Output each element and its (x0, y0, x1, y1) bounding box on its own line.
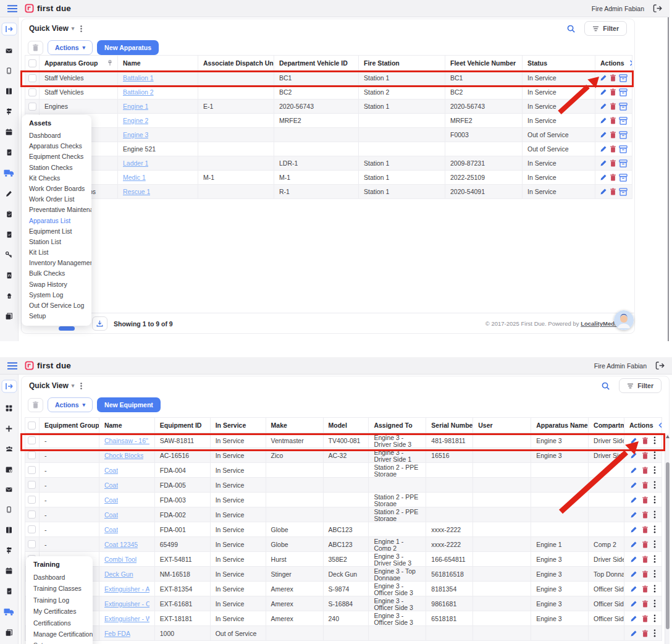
row-link[interactable]: Feb FDA (104, 630, 130, 637)
actions-dropdown-button[interactable]: Actions▾ (48, 40, 93, 55)
archive-icon[interactable] (619, 88, 628, 96)
menu-item-setup[interactable]: Setup (22, 311, 91, 321)
new-equipment-button[interactable]: New Equipment (97, 397, 161, 412)
row-link[interactable]: Coat (104, 481, 118, 489)
archive-icon[interactable] (619, 174, 628, 182)
edit-icon[interactable] (630, 615, 637, 622)
logout-icon[interactable] (655, 362, 665, 370)
calendar-icon[interactable] (5, 567, 13, 575)
delete-icon[interactable] (610, 159, 616, 167)
archive-icon[interactable] (619, 117, 628, 125)
pagination-page-button[interactable] (59, 326, 75, 331)
more-icon[interactable] (653, 614, 656, 622)
column-header-actions[interactable]: Actions (624, 418, 662, 433)
bulk-delete-button[interactable] (28, 41, 43, 55)
filter-button[interactable]: Filter (584, 21, 627, 36)
grid-icon[interactable] (5, 404, 13, 412)
row-link[interactable]: Coat (104, 511, 118, 519)
pen-icon[interactable] (5, 190, 13, 198)
menu-item-apparatus-checks[interactable]: Apparatus Checks (22, 141, 91, 151)
more-icon[interactable] (653, 451, 656, 459)
column-header-equipment-group[interactable]: Equipment Group (40, 418, 99, 433)
delete-icon[interactable] (642, 600, 649, 608)
row-checkbox[interactable] (28, 540, 36, 548)
delete-icon[interactable] (642, 452, 649, 459)
more-icon[interactable] (653, 555, 656, 563)
edit-icon[interactable] (600, 159, 607, 167)
archive-icon[interactable] (619, 74, 628, 82)
menu-item-kit-checks[interactable]: Kit Checks (22, 173, 91, 184)
archive-icon[interactable] (619, 131, 628, 139)
menu-item-inventory-management[interactable]: Inventory Management (22, 258, 91, 268)
row-link[interactable]: Extinguisher - ABC (104, 585, 149, 593)
truck-icon[interactable] (4, 169, 14, 177)
edit-icon[interactable] (630, 496, 637, 504)
delete-icon[interactable] (642, 556, 649, 563)
chevron-right-icon[interactable] (629, 60, 632, 66)
menu-item-my-certificates[interactable]: My Certificates (26, 606, 93, 617)
delete-icon[interactable] (610, 103, 616, 110)
row-link[interactable]: Engine 2 (123, 117, 148, 124)
row-link[interactable]: Deck Gun (104, 570, 133, 578)
menu-item-dashboard[interactable]: Dashboard (26, 572, 93, 583)
more-icon[interactable] (653, 496, 656, 504)
row-link[interactable]: Engine 3 (123, 131, 148, 138)
key-icon[interactable] (5, 251, 13, 259)
edit-icon[interactable] (600, 117, 607, 124)
delete-icon[interactable] (610, 145, 616, 153)
delete-icon[interactable] (642, 467, 649, 474)
more-icon[interactable] (653, 629, 656, 637)
filter-button[interactable]: Filter (619, 378, 662, 393)
pin-icon[interactable] (107, 60, 112, 66)
scroll-up-icon[interactable] (666, 435, 670, 438)
quick-view-options-icon[interactable] (80, 25, 82, 32)
delete-icon[interactable] (642, 585, 649, 593)
new-apparatus-button[interactable]: New Apparatus (97, 40, 159, 55)
doc-building-icon[interactable] (6, 271, 13, 279)
book-icon[interactable] (5, 526, 13, 534)
actions-dropdown-button[interactable]: Actions▾ (48, 397, 93, 412)
select-all-header[interactable] (25, 56, 40, 70)
more-icon[interactable] (653, 466, 656, 474)
delete-icon[interactable] (610, 131, 616, 138)
row-checkbox[interactable] (28, 466, 36, 474)
mail-icon[interactable] (5, 486, 13, 493)
chevron-left-icon[interactable] (658, 422, 662, 428)
doc-check-icon[interactable] (6, 587, 13, 595)
column-header-name[interactable]: Name (99, 418, 155, 433)
delete-icon[interactable] (610, 174, 616, 181)
layers-icon[interactable] (5, 629, 13, 637)
menu-item-equipment-checks[interactable]: Equipment Checks (22, 151, 91, 162)
row-checkbox[interactable] (28, 74, 36, 82)
row-checkbox[interactable] (28, 511, 36, 519)
archive-icon[interactable] (619, 188, 628, 196)
doc-check-icon[interactable] (6, 148, 13, 156)
layers-icon[interactable] (5, 312, 13, 320)
sign-icon[interactable] (5, 546, 13, 554)
row-link[interactable]: Coat (104, 496, 118, 504)
collapse-icon[interactable] (1, 22, 17, 36)
more-icon[interactable] (653, 525, 656, 533)
delete-icon[interactable] (610, 188, 616, 195)
column-header-department-vehicle-id[interactable]: Department Vehicle ID (274, 56, 359, 70)
select-all-checkbox[interactable] (28, 59, 36, 67)
edit-icon[interactable] (630, 541, 637, 548)
support-avatar[interactable] (614, 310, 634, 330)
search-icon[interactable] (601, 381, 610, 391)
people-icon[interactable] (5, 445, 14, 453)
menu-item-setup[interactable]: Setup (26, 640, 93, 644)
tablet-icon[interactable] (6, 67, 12, 75)
quick-view-dropdown[interactable]: Quick View▾ (29, 24, 74, 33)
menu-item-station-checks[interactable]: Station Checks (22, 163, 91, 173)
row-checkbox[interactable] (28, 525, 36, 533)
column-header-fleet-vehicle-number[interactable]: Fleet Vehicle Number (445, 56, 523, 70)
scrollbar-thumb[interactable] (666, 462, 670, 629)
row-link[interactable]: Chainsaw - 16" - Vent w (104, 437, 149, 444)
more-icon[interactable] (653, 570, 656, 578)
tablet-icon[interactable] (6, 506, 12, 514)
book-icon[interactable] (5, 87, 13, 95)
menu-item-kit-list[interactable]: Kit List (22, 247, 91, 258)
edit-icon[interactable] (630, 600, 637, 608)
hydrant-icon[interactable] (6, 292, 13, 300)
bulk-delete-button[interactable] (28, 398, 43, 412)
